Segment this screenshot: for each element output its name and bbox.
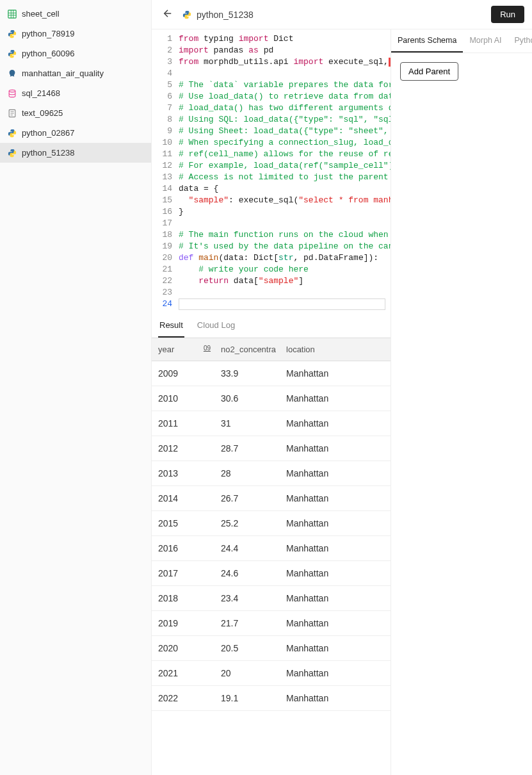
code-line[interactable]: # The `data` variable prepares the data … (179, 79, 388, 91)
code-line[interactable]: # load_data() has two different argument… (179, 102, 388, 114)
table-row[interactable]: 202020.5Manhattan (152, 636, 391, 661)
code-line[interactable] (179, 68, 388, 79)
code-line[interactable] (179, 287, 388, 298)
code-line[interactable]: } (179, 206, 388, 218)
sidebar-item-label: python_02867 (22, 128, 74, 138)
cell-year: 2013 (152, 461, 216, 486)
code-line[interactable]: # write your code here (179, 264, 388, 275)
tab-cloud-log[interactable]: Cloud Log (196, 314, 236, 338)
right-tab-python-in[interactable]: Python In (508, 29, 532, 53)
table-row[interactable]: 202219.1Manhattan (152, 686, 391, 711)
editor-code[interactable]: from typing import Dictimport pandas as … (179, 33, 391, 310)
cell-no2: 19.1 (216, 686, 281, 711)
table-row[interactable]: 201624.4Manhattan (152, 536, 391, 561)
table-row[interactable]: 201131Manhattan (152, 411, 391, 436)
sidebar-item-sql_21468[interactable]: sql_21468 (0, 83, 151, 103)
table-row[interactable]: 201921.7Manhattan (152, 611, 391, 636)
sidebar-item-python_78919[interactable]: python_78919 (0, 24, 151, 44)
cell-year: 2021 (152, 661, 216, 686)
cell-location: Manhattan (281, 636, 391, 661)
code-line[interactable]: # It's used by the data pipeline on the … (179, 241, 388, 252)
sidebar-item-label: text_09625 (22, 108, 63, 118)
sidebar-item-text_09625[interactable]: text_09625 (0, 103, 151, 123)
cell-no2: 24.4 (216, 536, 281, 561)
sidebar-item-python_60096[interactable]: python_60096 (0, 44, 151, 63)
table-row[interactable]: 201426.7Manhattan (152, 486, 391, 511)
content-row: 123456789101112131415161718192021222324 … (152, 29, 532, 775)
code-line[interactable]: from morphdb_utils.api import execute_sq… (179, 56, 388, 68)
sidebar-item-manhattan_air_quality[interactable]: manhattan_air_quality (0, 63, 151, 83)
sidebar-item-python_51238[interactable]: python_51238 (0, 143, 151, 163)
column-header-location[interactable]: location (281, 338, 391, 361)
python-icon (182, 10, 191, 19)
table-row[interactable]: 201228.7Manhattan (152, 436, 391, 461)
cell-no2: 33.9 (216, 361, 281, 386)
code-line[interactable]: # When specifying a connection_slug, loa… (179, 137, 388, 149)
code-line[interactable]: # Using SQL: load_data({"type": "sql", "… (179, 114, 388, 126)
cell-location: Manhattan (281, 586, 391, 611)
code-line[interactable]: return data["sample"] (179, 275, 388, 287)
cell-no2: 28.7 (216, 436, 281, 461)
code-line[interactable]: # For example, load_data(ref("sample_cel… (179, 160, 388, 172)
cell-location: Manhattan (281, 511, 391, 536)
cell-no2: 30.6 (216, 386, 281, 411)
cell-year: 2010 (152, 386, 216, 411)
code-line[interactable]: data = { (179, 183, 388, 195)
code-line[interactable]: def main(data: Dict[str, pd.DataFrame]): (179, 252, 388, 264)
cell-location: Manhattan (281, 411, 391, 436)
cell-location: Manhattan (281, 686, 391, 711)
column-header-year[interactable]: year09 (152, 338, 216, 361)
cell-location: Manhattan (281, 486, 391, 511)
sidebar-item-label: sql_21468 (22, 88, 60, 98)
right-tab-parents-schema[interactable]: Parents Schema (391, 29, 463, 53)
table-row[interactable]: 200933.9Manhattan (152, 361, 391, 386)
code-line[interactable] (179, 298, 385, 310)
cell-year: 2012 (152, 436, 216, 461)
table-row[interactable]: 201030.6Manhattan (152, 386, 391, 411)
table-row[interactable]: 201525.2Manhattan (152, 511, 391, 536)
code-line[interactable]: # Use load_data() to retrieve data from … (179, 91, 388, 102)
cell-no2: 26.7 (216, 486, 281, 511)
table-row[interactable]: 201823.4Manhattan (152, 586, 391, 611)
sidebar-item-label: python_60096 (22, 49, 74, 58)
code-line[interactable]: import pandas as pd (179, 45, 388, 56)
cell-location: Manhattan (281, 536, 391, 561)
sidebar-item-sheet_cell[interactable]: sheet_cell (0, 4, 151, 24)
table-row[interactable]: 201328Manhattan (152, 461, 391, 486)
text-icon (8, 109, 17, 118)
right-tab-morph-ai[interactable]: Morph AI (463, 29, 508, 53)
code-line[interactable] (179, 218, 388, 229)
cell-location: Manhattan (281, 386, 391, 411)
code-line[interactable]: from typing import Dict (179, 33, 388, 45)
back-button[interactable] (159, 5, 176, 24)
python-icon (8, 29, 17, 38)
code-line[interactable]: # The main function runs on the cloud wh… (179, 229, 388, 241)
cell-no2: 28 (216, 461, 281, 486)
code-editor[interactable]: 123456789101112131415161718192021222324 … (152, 29, 391, 310)
cell-no2: 24.6 (216, 561, 281, 586)
python-icon (8, 129, 17, 138)
header: python_51238 Run (152, 0, 532, 29)
sidebar: sheet_cellpython_78919python_60096manhat… (0, 0, 152, 775)
code-line[interactable]: # ref(cell_name) allows for the reuse of… (179, 149, 388, 160)
sidebar-item-label: manhattan_air_quality (22, 69, 104, 78)
code-line[interactable]: # Access is not limited to just the pare… (179, 172, 388, 183)
table-row[interactable]: 202120Manhattan (152, 661, 391, 686)
table-row[interactable]: 201724.6Manhattan (152, 561, 391, 586)
column-header-no2_concentra[interactable]: no2_concentra (216, 338, 281, 361)
run-button[interactable]: Run (491, 6, 524, 23)
sidebar-item-python_02867[interactable]: python_02867 (0, 123, 151, 143)
data-table: year09no2_concentralocation 200933.9Manh… (152, 338, 391, 711)
code-line[interactable]: "sample": execute_sql("select * from man… (179, 195, 388, 206)
add-parent-button[interactable]: Add Parent (400, 62, 458, 81)
page-title: python_51238 (182, 10, 485, 20)
cell-no2: 20 (216, 661, 281, 686)
cell-year: 2015 (152, 511, 216, 536)
svg-point-5 (9, 90, 15, 92)
cell-year: 2011 (152, 411, 216, 436)
tab-result[interactable]: Result (158, 314, 184, 338)
cell-location: Manhattan (281, 661, 391, 686)
sort-indicator[interactable]: 09 (204, 345, 211, 352)
python-icon (8, 149, 17, 158)
code-line[interactable]: # Using Sheet: load_data({"type": "sheet… (179, 126, 388, 137)
